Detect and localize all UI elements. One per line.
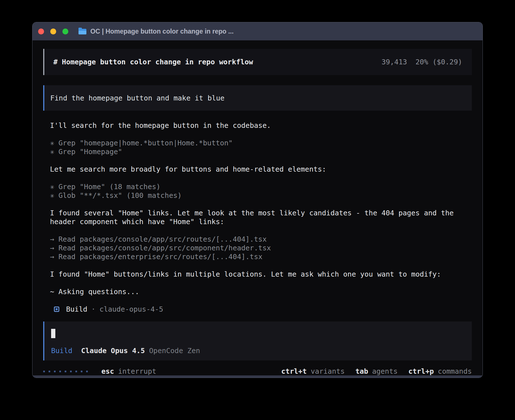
- status-bar: esc interrupt ctrl+t variants tab agents…: [43, 367, 472, 375]
- folder-icon: [78, 29, 86, 34]
- chat-transcript: I'll search for the homepage button in t…: [43, 121, 472, 314]
- shortcut-agents: tab agents: [355, 367, 398, 375]
- arrow-right-icon: →: [50, 244, 54, 252]
- agent-status-row: Build · claude-opus-4-5: [54, 305, 465, 314]
- terminal-window: OC | Homepage button color change in rep…: [32, 22, 483, 378]
- tool-call-read: →Read packages/console/app/src/routes/[.…: [50, 235, 465, 244]
- assistant-text: I'll search for the homepage button in t…: [50, 121, 465, 130]
- tool-asterisk-icon: ✳: [50, 148, 54, 156]
- input-agent-label: Build: [51, 347, 72, 355]
- tool-call-glob: ✳Glob "**/*.tsx" (100 matches): [50, 191, 465, 200]
- tool-asterisk-icon: ✳: [50, 183, 54, 191]
- minimize-button[interactable]: [50, 29, 56, 34]
- assistant-text: I found several "Home" links. Let me loo…: [50, 209, 465, 226]
- tool-call-grep: ✳Grep "Homepage": [50, 147, 465, 156]
- input-provider-label: OpenCode Zen: [149, 347, 200, 355]
- shortcut-variants: ctrl+t variants: [281, 367, 345, 375]
- esc-key-label: interrupt: [118, 367, 156, 375]
- input-model-label: Claude Opus 4.5: [81, 347, 145, 355]
- user-message-text: Find the homepage button and make it blu…: [50, 94, 224, 102]
- agent-name: Build: [66, 305, 87, 314]
- session-header: # Homepage button color change in repo w…: [43, 49, 472, 75]
- assistant-status-text: ~ Asking questions...: [50, 287, 465, 296]
- window-footer-bar: [32, 375, 483, 378]
- context-percent: 20%: [415, 58, 428, 66]
- spinner-dots-icon: [43, 371, 88, 372]
- status-left: esc interrupt: [43, 367, 156, 375]
- titlebar: OC | Homepage button color change in rep…: [32, 22, 483, 40]
- session-title: # Homepage button color change in repo w…: [53, 58, 253, 66]
- session-stats: 39,41320%($0.29): [381, 58, 462, 66]
- tool-call-group: ✳Grep "Home" (18 matches) ✳Glob "**/*.ts…: [50, 182, 465, 200]
- assistant-text: Let me search more broadly for buttons a…: [50, 165, 465, 174]
- tool-call-group: →Read packages/console/app/src/routes/[.…: [50, 235, 465, 261]
- agent-separator: ·: [91, 305, 95, 314]
- zoom-button[interactable]: [62, 29, 68, 34]
- tool-call-grep: ✳Grep "homepage|home.*button|Home.*butto…: [50, 139, 465, 147]
- agent-badge-core: [56, 308, 58, 310]
- tool-call-grep: ✳Grep "Home" (18 matches): [50, 182, 465, 191]
- assistant-text: I found "Home" buttons/links in multiple…: [50, 270, 465, 279]
- session-cost: ($0.29): [433, 58, 462, 66]
- token-count: 39,413: [381, 58, 407, 66]
- traffic-lights: [38, 29, 68, 34]
- shortcut-commands: ctrl+p commands: [408, 367, 472, 375]
- agent-badge-icon: [54, 307, 59, 312]
- agent-model: claude-opus-4-5: [99, 305, 163, 314]
- arrow-right-icon: →: [50, 235, 54, 243]
- user-message: Find the homepage button and make it blu…: [43, 85, 472, 111]
- arrow-right-icon: →: [50, 253, 54, 261]
- window-title: OC | Homepage button color change in rep…: [90, 28, 234, 35]
- status-right: ctrl+t variants tab agents ctrl+p comman…: [270, 367, 472, 375]
- text-cursor: [51, 329, 55, 338]
- prompt-input[interactable]: Build Claude Opus 4.5 OpenCode Zen: [43, 321, 472, 360]
- tool-call-read: →Read packages/enterprise/src/routes/[..…: [50, 252, 465, 261]
- esc-key-hint: esc: [101, 367, 114, 375]
- tool-call-group: ✳Grep "homepage|home.*button|Home.*butto…: [50, 139, 465, 156]
- input-meta: Build Claude Opus 4.5 OpenCode Zen: [51, 347, 465, 355]
- terminal-content: # Homepage button color change in repo w…: [32, 40, 483, 378]
- close-button[interactable]: [38, 29, 44, 34]
- tool-call-read: →Read packages/console/app/src/component…: [50, 244, 465, 252]
- tool-asterisk-icon: ✳: [50, 191, 54, 200]
- tool-asterisk-icon: ✳: [50, 139, 54, 147]
